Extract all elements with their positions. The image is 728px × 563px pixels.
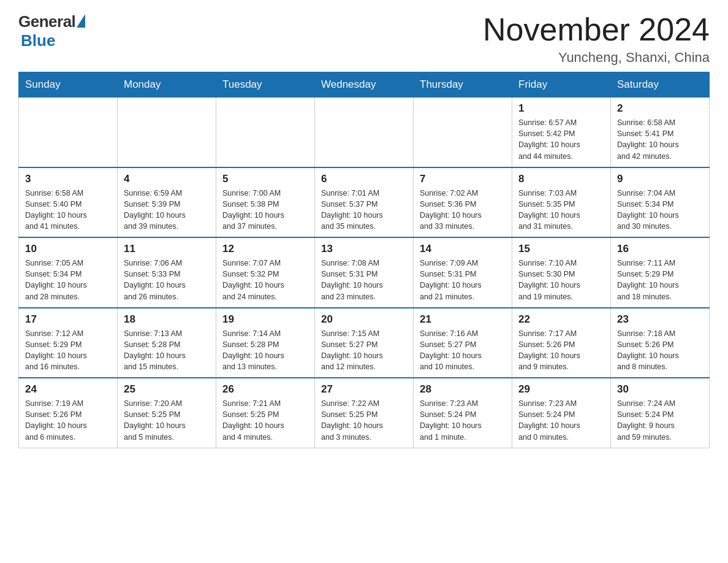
day-number: 4 xyxy=(124,173,210,185)
day-info: Sunrise: 7:15 AMSunset: 5:27 PMDaylight:… xyxy=(321,328,407,373)
day-of-week-header: Wednesday xyxy=(315,72,414,98)
calendar-day-cell: 11Sunrise: 7:06 AMSunset: 5:33 PMDayligh… xyxy=(118,237,216,308)
calendar-day-cell: 3Sunrise: 6:58 AMSunset: 5:40 PMDaylight… xyxy=(19,167,118,238)
day-info: Sunrise: 7:20 AMSunset: 5:25 PMDaylight:… xyxy=(124,398,210,443)
day-number: 20 xyxy=(321,313,407,326)
day-of-week-header: Monday xyxy=(118,72,216,98)
day-number: 11 xyxy=(124,243,210,255)
calendar-day-cell xyxy=(414,98,512,167)
day-of-week-header: Tuesday xyxy=(216,72,315,98)
day-info: Sunrise: 7:06 AMSunset: 5:33 PMDaylight:… xyxy=(124,258,210,302)
calendar-day-cell: 21Sunrise: 7:16 AMSunset: 5:27 PMDayligh… xyxy=(414,308,512,378)
calendar-day-cell: 19Sunrise: 7:14 AMSunset: 5:28 PMDayligh… xyxy=(216,308,315,378)
day-number: 26 xyxy=(222,383,308,396)
day-info: Sunrise: 7:02 AMSunset: 5:36 PMDaylight:… xyxy=(420,188,506,232)
calendar-day-cell: 14Sunrise: 7:09 AMSunset: 5:31 PMDayligh… xyxy=(414,237,512,308)
calendar-header-row: SundayMondayTuesdayWednesdayThursdayFrid… xyxy=(19,72,710,98)
day-info: Sunrise: 6:58 AMSunset: 5:41 PMDaylight:… xyxy=(617,117,703,162)
title-block: November 2024 Yuncheng, Shanxi, China xyxy=(483,12,710,66)
calendar-day-cell xyxy=(216,98,315,167)
day-info: Sunrise: 6:57 AMSunset: 5:42 PMDaylight:… xyxy=(518,117,604,162)
day-info: Sunrise: 7:22 AMSunset: 5:25 PMDaylight:… xyxy=(321,398,407,443)
calendar-day-cell: 18Sunrise: 7:13 AMSunset: 5:28 PMDayligh… xyxy=(118,308,216,378)
day-number: 24 xyxy=(25,383,111,396)
calendar-day-cell: 29Sunrise: 7:23 AMSunset: 5:24 PMDayligh… xyxy=(512,378,611,448)
day-info: Sunrise: 7:08 AMSunset: 5:31 PMDaylight:… xyxy=(321,258,407,302)
day-number: 9 xyxy=(617,173,703,185)
calendar-day-cell: 12Sunrise: 7:07 AMSunset: 5:32 PMDayligh… xyxy=(216,237,315,308)
calendar-week-row: 24Sunrise: 7:19 AMSunset: 5:26 PMDayligh… xyxy=(19,378,710,448)
calendar-day-cell: 20Sunrise: 7:15 AMSunset: 5:27 PMDayligh… xyxy=(315,308,414,378)
calendar-day-cell: 15Sunrise: 7:10 AMSunset: 5:30 PMDayligh… xyxy=(512,237,611,308)
calendar-week-row: 10Sunrise: 7:05 AMSunset: 5:34 PMDayligh… xyxy=(19,237,710,308)
day-number: 10 xyxy=(25,243,111,255)
calendar-day-cell: 13Sunrise: 7:08 AMSunset: 5:31 PMDayligh… xyxy=(315,237,414,308)
calendar-day-cell: 5Sunrise: 7:00 AMSunset: 5:38 PMDaylight… xyxy=(216,167,315,238)
logo: General Blue xyxy=(18,12,85,50)
calendar-day-cell: 7Sunrise: 7:02 AMSunset: 5:36 PMDaylight… xyxy=(414,167,512,238)
day-number: 30 xyxy=(617,383,703,396)
calendar-day-cell xyxy=(315,98,414,167)
calendar-day-cell: 28Sunrise: 7:23 AMSunset: 5:24 PMDayligh… xyxy=(414,378,512,448)
calendar-day-cell: 9Sunrise: 7:04 AMSunset: 5:34 PMDaylight… xyxy=(611,167,710,238)
day-of-week-header: Friday xyxy=(512,72,611,98)
day-number: 8 xyxy=(518,173,604,185)
day-info: Sunrise: 7:14 AMSunset: 5:28 PMDaylight:… xyxy=(222,328,308,373)
page-subtitle: Yuncheng, Shanxi, China xyxy=(483,50,710,66)
calendar-day-cell: 27Sunrise: 7:22 AMSunset: 5:25 PMDayligh… xyxy=(315,378,414,448)
day-info: Sunrise: 7:13 AMSunset: 5:28 PMDaylight:… xyxy=(124,328,210,373)
calendar-day-cell: 24Sunrise: 7:19 AMSunset: 5:26 PMDayligh… xyxy=(19,378,118,448)
calendar-week-row: 3Sunrise: 6:58 AMSunset: 5:40 PMDaylight… xyxy=(19,167,710,238)
calendar-day-cell: 16Sunrise: 7:11 AMSunset: 5:29 PMDayligh… xyxy=(611,237,710,308)
day-info: Sunrise: 6:59 AMSunset: 5:39 PMDaylight:… xyxy=(124,188,210,232)
day-number: 25 xyxy=(124,383,210,396)
calendar-day-cell: 30Sunrise: 7:24 AMSunset: 5:24 PMDayligh… xyxy=(611,378,710,448)
day-info: Sunrise: 7:05 AMSunset: 5:34 PMDaylight:… xyxy=(25,258,111,302)
calendar-day-cell: 1Sunrise: 6:57 AMSunset: 5:42 PMDaylight… xyxy=(512,98,611,167)
day-number: 16 xyxy=(617,243,703,255)
calendar-day-cell: 2Sunrise: 6:58 AMSunset: 5:41 PMDaylight… xyxy=(611,98,710,167)
day-info: Sunrise: 7:18 AMSunset: 5:26 PMDaylight:… xyxy=(617,328,703,373)
calendar-day-cell: 26Sunrise: 7:21 AMSunset: 5:25 PMDayligh… xyxy=(216,378,315,448)
day-number: 1 xyxy=(518,102,604,115)
day-number: 19 xyxy=(222,313,308,326)
calendar-week-row: 1Sunrise: 6:57 AMSunset: 5:42 PMDaylight… xyxy=(19,98,710,167)
day-number: 14 xyxy=(420,243,506,255)
logo-blue-text: Blue xyxy=(21,31,55,50)
calendar-day-cell xyxy=(19,98,118,167)
day-number: 2 xyxy=(617,102,703,115)
page-title: November 2024 xyxy=(483,12,710,47)
day-number: 3 xyxy=(25,173,111,185)
day-info: Sunrise: 7:11 AMSunset: 5:29 PMDaylight:… xyxy=(617,258,703,302)
day-info: Sunrise: 7:23 AMSunset: 5:24 PMDaylight:… xyxy=(420,398,506,443)
day-of-week-header: Thursday xyxy=(414,72,512,98)
day-number: 21 xyxy=(420,313,506,326)
day-number: 12 xyxy=(222,243,308,255)
day-info: Sunrise: 7:00 AMSunset: 5:38 PMDaylight:… xyxy=(222,188,308,232)
day-number: 17 xyxy=(25,313,111,326)
calendar-day-cell xyxy=(118,98,216,167)
day-number: 6 xyxy=(321,173,407,185)
day-number: 5 xyxy=(222,173,308,185)
day-info: Sunrise: 6:58 AMSunset: 5:40 PMDaylight:… xyxy=(25,188,111,232)
day-info: Sunrise: 7:01 AMSunset: 5:37 PMDaylight:… xyxy=(321,188,407,232)
day-info: Sunrise: 7:04 AMSunset: 5:34 PMDaylight:… xyxy=(617,188,703,232)
day-of-week-header: Sunday xyxy=(19,72,118,98)
calendar-table: SundayMondayTuesdayWednesdayThursdayFrid… xyxy=(18,72,710,448)
calendar-day-cell: 17Sunrise: 7:12 AMSunset: 5:29 PMDayligh… xyxy=(19,308,118,378)
calendar-week-row: 17Sunrise: 7:12 AMSunset: 5:29 PMDayligh… xyxy=(19,308,710,378)
day-number: 13 xyxy=(321,243,407,255)
calendar-day-cell: 10Sunrise: 7:05 AMSunset: 5:34 PMDayligh… xyxy=(19,237,118,308)
calendar-day-cell: 8Sunrise: 7:03 AMSunset: 5:35 PMDaylight… xyxy=(512,167,611,238)
page-header: General Blue November 2024 Yuncheng, Sha… xyxy=(18,12,710,66)
day-info: Sunrise: 7:07 AMSunset: 5:32 PMDaylight:… xyxy=(222,258,308,302)
day-number: 18 xyxy=(124,313,210,326)
day-number: 23 xyxy=(617,313,703,326)
day-info: Sunrise: 7:12 AMSunset: 5:29 PMDaylight:… xyxy=(25,328,111,373)
day-number: 28 xyxy=(420,383,506,396)
day-number: 7 xyxy=(420,173,506,185)
logo-triangle-icon xyxy=(77,14,85,28)
day-info: Sunrise: 7:10 AMSunset: 5:30 PMDaylight:… xyxy=(518,258,604,302)
day-info: Sunrise: 7:09 AMSunset: 5:31 PMDaylight:… xyxy=(420,258,506,302)
calendar-day-cell: 23Sunrise: 7:18 AMSunset: 5:26 PMDayligh… xyxy=(611,308,710,378)
